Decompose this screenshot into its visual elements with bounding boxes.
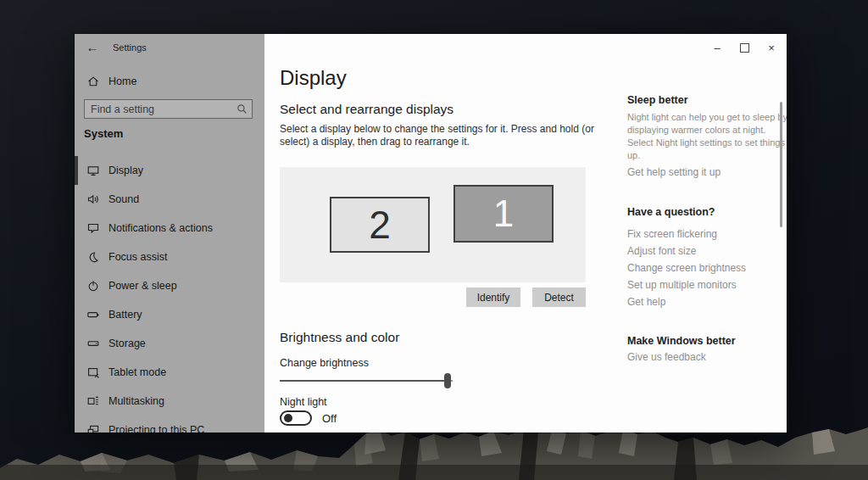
sidebar-item-label: Sound bbox=[108, 193, 139, 205]
desktop-background: ← Settings Home System bbox=[0, 0, 868, 480]
brightness-slider-fill bbox=[280, 380, 448, 382]
selected-accent-bar bbox=[75, 156, 78, 185]
question-links: Fix screen flickering Adjust font size C… bbox=[627, 226, 746, 310]
sidebar-item-label: Projecting to this PC bbox=[108, 424, 204, 433]
focus-assist-icon bbox=[86, 250, 100, 264]
make-windows-better-heading: Make Windows better bbox=[627, 335, 736, 347]
identify-button[interactable]: Identify bbox=[466, 287, 520, 307]
sidebar-item-label: Multitasking bbox=[108, 395, 164, 407]
sidebar-section-system: System bbox=[84, 127, 123, 140]
close-button[interactable]: × bbox=[758, 34, 785, 61]
tablet-mode-icon bbox=[86, 366, 100, 379]
sidebar-item-battery[interactable]: Battery bbox=[75, 300, 264, 329]
sidebar-home-label: Home bbox=[108, 75, 136, 87]
vertical-scrollbar[interactable] bbox=[780, 102, 782, 227]
home-icon bbox=[86, 75, 100, 88]
maximize-button[interactable] bbox=[731, 34, 758, 61]
rearrange-heading: Select and rearrange displays bbox=[280, 102, 453, 117]
sidebar-item-label: Tablet mode bbox=[108, 366, 166, 378]
monitor-arrangement-area: 2 1 bbox=[280, 167, 586, 282]
window-title: Settings bbox=[113, 42, 147, 53]
power-sleep-icon bbox=[86, 279, 100, 293]
display-settings-page: Display Select and rearrange displays Se… bbox=[264, 34, 787, 433]
battery-icon bbox=[86, 308, 100, 321]
search-box bbox=[84, 99, 253, 119]
have-a-question-heading: Have a question? bbox=[627, 206, 715, 218]
notifications-icon bbox=[86, 221, 100, 235]
fix-screen-flickering-link[interactable]: Fix screen flickering bbox=[627, 226, 746, 243]
give-us-feedback-link[interactable]: Give us feedback bbox=[627, 351, 706, 363]
search-input[interactable] bbox=[84, 99, 253, 119]
sleep-better-body: Night light can help you get to sleep by… bbox=[627, 111, 787, 162]
sidebar-item-projecting[interactable]: Projecting to this PC bbox=[75, 416, 264, 433]
sidebar-item-power-sleep[interactable]: Power & sleep bbox=[75, 271, 264, 300]
sound-icon bbox=[86, 193, 100, 206]
detect-button[interactable]: Detect bbox=[532, 287, 586, 307]
change-screen-brightness-link[interactable]: Change screen brightness bbox=[627, 260, 746, 276]
display-icon bbox=[86, 164, 100, 177]
settings-window: ← Settings Home System bbox=[75, 34, 787, 433]
night-light-toggle[interactable] bbox=[280, 410, 312, 426]
brightness-slider-thumb[interactable] bbox=[444, 373, 451, 388]
sidebar-nav: Display Sound bbox=[75, 156, 264, 433]
storage-icon bbox=[86, 337, 100, 350]
night-light-label: Night light bbox=[280, 396, 327, 408]
minimize-button[interactable]: – bbox=[704, 34, 731, 61]
sidebar-item-home[interactable]: Home bbox=[75, 71, 264, 92]
sidebar-item-label: Display bbox=[108, 165, 143, 176]
back-button[interactable]: ← bbox=[81, 38, 103, 57]
sidebar: ← Settings Home System bbox=[75, 34, 264, 433]
sidebar-item-label: Battery bbox=[108, 309, 142, 321]
night-light-state: Off bbox=[322, 412, 337, 425]
sidebar-item-label: Focus assist bbox=[108, 251, 167, 263]
sidebar-item-notifications[interactable]: Notifications & actions bbox=[75, 214, 264, 243]
toggle-knob bbox=[284, 414, 292, 422]
maximize-icon bbox=[740, 43, 749, 53]
sidebar-item-storage[interactable]: Storage bbox=[75, 329, 264, 358]
sidebar-item-label: Storage bbox=[108, 338, 146, 349]
sidebar-item-focus-assist[interactable]: Focus assist bbox=[75, 243, 264, 271]
sidebar-item-label: Power & sleep bbox=[108, 280, 177, 292]
page-title: Display bbox=[280, 66, 347, 90]
sidebar-item-label: Notifications & actions bbox=[108, 222, 213, 234]
sidebar-item-tablet-mode[interactable]: Tablet mode bbox=[75, 358, 264, 387]
window-controls: – × bbox=[704, 34, 785, 61]
brightness-heading: Brightness and color bbox=[280, 330, 399, 345]
sidebar-item-display[interactable]: Display bbox=[75, 156, 264, 185]
multitasking-icon bbox=[86, 394, 100, 408]
night-light-toggle-row: Off bbox=[280, 410, 337, 426]
sidebar-item-sound[interactable]: Sound bbox=[75, 185, 264, 214]
get-help-setting-it-up-link[interactable]: Get help setting it up bbox=[627, 166, 721, 178]
set-up-multiple-monitors-link[interactable]: Set up multiple monitors bbox=[627, 276, 746, 293]
rearrange-description: Select a display below to change the set… bbox=[280, 123, 604, 148]
sidebar-item-multitasking[interactable]: Multitasking bbox=[75, 387, 264, 416]
adjust-font-size-link[interactable]: Adjust font size bbox=[627, 243, 746, 260]
projecting-icon bbox=[86, 423, 100, 433]
monitor-2[interactable]: 2 bbox=[330, 197, 430, 253]
monitor-1[interactable]: 1 bbox=[453, 185, 554, 243]
brightness-slider[interactable] bbox=[280, 373, 453, 388]
sleep-better-heading: Sleep better bbox=[627, 94, 688, 106]
get-help-link[interactable]: Get help bbox=[627, 293, 746, 310]
brightness-slider-label: Change brightness bbox=[280, 357, 369, 369]
